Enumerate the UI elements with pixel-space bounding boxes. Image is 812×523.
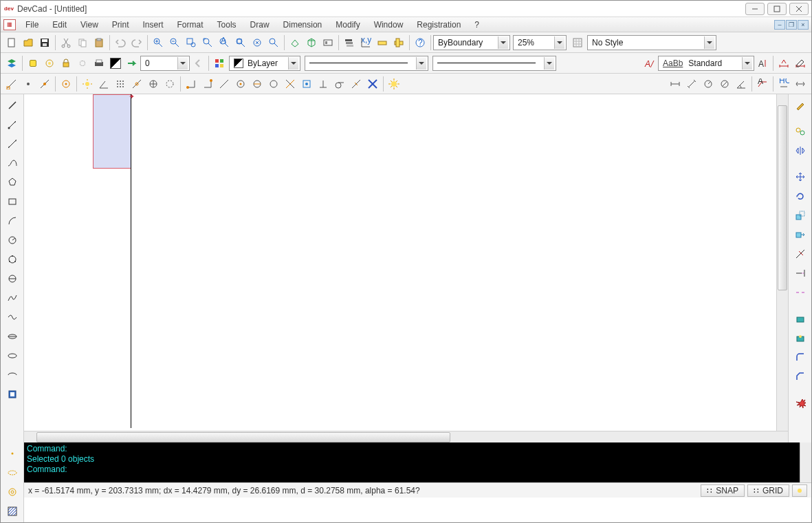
menu-format[interactable]: Format (171, 19, 210, 31)
command-console[interactable]: Command: Selected 0 objects Command: (24, 442, 800, 482)
dim-edit-button[interactable] (792, 55, 809, 72)
layer-index-combo[interactable]: 0 (140, 56, 190, 71)
snap-int-button[interactable] (282, 76, 298, 92)
mirror-tool[interactable] (792, 142, 809, 159)
cut-button[interactable] (58, 34, 74, 51)
circle-diameter-tool[interactable] (4, 270, 21, 287)
menu-help[interactable]: ? (468, 19, 486, 31)
new-button[interactable] (3, 34, 20, 51)
zoom-combo[interactable]: 25% (513, 35, 567, 50)
style-combo[interactable]: No Style (587, 35, 716, 50)
horizontal-scrollbar[interactable] (24, 431, 788, 442)
snap-half-button[interactable] (249, 76, 265, 92)
chamfer-line-tool[interactable] (792, 368, 809, 385)
zoom-all-button[interactable] (232, 34, 249, 51)
render-button[interactable] (287, 34, 303, 51)
paste-button[interactable] (91, 34, 107, 51)
snap-tangent-button[interactable] (331, 76, 348, 92)
snap-quadrant-button[interactable] (162, 76, 178, 92)
ellipse-tool[interactable] (4, 348, 21, 364)
plot-icon[interactable] (91, 55, 107, 72)
snap-none-button[interactable] (364, 76, 381, 92)
stretch-tool[interactable] (792, 226, 809, 243)
undo-button[interactable] (112, 34, 129, 51)
donut-tool[interactable] (4, 484, 21, 500)
sun-toggle-button[interactable] (386, 76, 402, 92)
ruler2-button[interactable] (391, 34, 407, 51)
mdi-restore-button[interactable]: ❐ (786, 20, 797, 30)
dim-oblique-button[interactable] (792, 76, 809, 92)
menu-registration[interactable]: Registration (410, 19, 468, 31)
spline-tool[interactable] (4, 290, 21, 306)
layers-button[interactable] (341, 34, 358, 51)
line-tool[interactable] (4, 97, 21, 114)
preview-button[interactable] (320, 34, 336, 51)
select-similar-tool[interactable] (792, 123, 809, 140)
menu-modify[interactable]: Modify (329, 19, 366, 31)
mdi-minimize-button[interactable]: – (774, 20, 785, 30)
dim-linear-button[interactable] (667, 76, 683, 92)
menu-file[interactable]: File (19, 19, 45, 31)
minimize-button[interactable] (745, 3, 765, 15)
circle-center-tool[interactable] (4, 232, 21, 248)
extend-tool[interactable] (792, 265, 809, 281)
grid-toggle[interactable]: ∷GRID (747, 484, 789, 497)
move-tool[interactable] (792, 169, 809, 185)
snap-circle2-button[interactable] (265, 76, 282, 92)
menu-tools[interactable]: Tools (210, 19, 243, 31)
menu-print[interactable]: Print (105, 19, 136, 31)
osnap-toggle[interactable] (792, 484, 807, 497)
snap-near-button[interactable] (58, 76, 74, 92)
point-tool[interactable] (4, 445, 21, 462)
close-button[interactable] (789, 3, 809, 15)
arc-tool[interactable] (4, 213, 21, 229)
drawing-canvas[interactable]: ✦ (24, 94, 776, 431)
zoom-extents-button[interactable] (199, 34, 216, 51)
copy-button[interactable] (74, 34, 91, 51)
apply-icon[interactable] (124, 55, 140, 72)
3d-view-button[interactable] (303, 34, 320, 51)
menu-window[interactable]: Window (367, 19, 410, 31)
text-style-combo[interactable]: AaBb Standard (658, 56, 754, 71)
snap-endpoint-button[interactable] (3, 76, 20, 92)
zoom-window-button[interactable] (183, 34, 199, 51)
zoom-in-button[interactable] (150, 34, 166, 51)
color-palette-button[interactable] (211, 55, 228, 72)
layers-stack-button[interactable] (3, 55, 20, 72)
dim-aligned-button[interactable] (683, 76, 700, 92)
spline2-tool[interactable] (4, 309, 21, 325)
scale-tool[interactable] (792, 207, 809, 224)
fillet-arc-tool[interactable] (792, 349, 809, 365)
snap-rect-button[interactable] (298, 76, 315, 92)
trim-tool[interactable] (792, 246, 809, 262)
sun-new-button[interactable] (79, 76, 96, 92)
fillet-tool[interactable] (792, 310, 809, 327)
dim-style-button[interactable] (776, 55, 792, 72)
break-tool[interactable] (792, 284, 809, 301)
maximize-button[interactable] (767, 3, 787, 15)
dim-radius-button[interactable] (700, 76, 716, 92)
brush-tool[interactable] (792, 97, 809, 114)
menu-view[interactable]: View (74, 19, 105, 31)
xline-tool[interactable] (4, 136, 21, 152)
region-tool[interactable] (4, 465, 21, 481)
menu-insert[interactable]: Insert (136, 19, 171, 31)
rectangle-tool[interactable] (4, 193, 21, 210)
save-button[interactable] (36, 34, 53, 51)
snap-toggle[interactable]: ∷SNAP (701, 484, 745, 497)
open-button[interactable] (20, 34, 36, 51)
bulb-icon[interactable] (25, 55, 41, 72)
mdi-close-button[interactable]: × (798, 20, 809, 30)
polygon-tool[interactable] (4, 174, 21, 191)
lineweight-combo[interactable]: ByLayer (432, 56, 556, 71)
menu-draw[interactable]: Draw (243, 19, 276, 31)
dim-diameter-button[interactable] (716, 76, 733, 92)
snap-center-button[interactable] (145, 76, 162, 92)
layer-color-icon[interactable] (74, 55, 91, 72)
insert-block-tool[interactable] (4, 386, 21, 403)
polyline-tool[interactable] (4, 155, 21, 171)
lock-icon[interactable] (58, 55, 74, 72)
snap-nearest-button[interactable] (348, 76, 364, 92)
back-arrow-button[interactable] (190, 55, 206, 72)
color-swatch-icon[interactable] (107, 55, 124, 72)
